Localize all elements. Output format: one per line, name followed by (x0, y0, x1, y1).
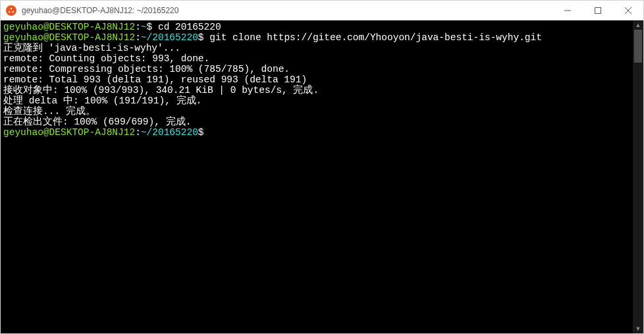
terminal-window: geyuhao@DESKTOP-AJ8NJ12: ~/20165220 geyu… (0, 0, 644, 334)
prompt-user: geyuhao@DESKTOP-AJ8NJ12 (3, 32, 135, 43)
output-line: 正在检出文件: 100% (699/699), 完成. (3, 117, 191, 127)
close-button[interactable] (613, 1, 643, 20)
svg-point-0 (11, 7, 12, 9)
output-line: 正克隆到 'java-besti-is-wyhy'... (3, 43, 180, 53)
minimize-button[interactable] (552, 1, 583, 20)
svg-point-1 (9, 11, 10, 12)
prompt-sep: : (135, 127, 141, 138)
terminal-area: geyuhao@DESKTOP-AJ8NJ12:~$ cd 20165220 g… (1, 20, 643, 333)
prompt-dollar: $ (198, 127, 204, 138)
prompt-sep: : (135, 32, 141, 43)
prompt-user: geyuhao@DESKTOP-AJ8NJ12 (3, 127, 135, 138)
prompt-dollar: $ (198, 32, 209, 43)
command-text: git clone https://gitee.com/Yhooyon/java… (209, 32, 542, 43)
scroll-up-icon[interactable]: ▲ (633, 20, 643, 30)
prompt-sep: : (135, 22, 141, 32)
prompt-dollar: $ (147, 22, 158, 32)
window-title: geyuhao@DESKTOP-AJ8NJ12: ~/20165220 (22, 6, 552, 15)
command-text: cd 20165220 (158, 22, 221, 32)
prompt-path: ~/20165220 (141, 127, 198, 138)
scrollbar[interactable]: ▲ ▼ (633, 20, 643, 333)
svg-point-2 (13, 11, 14, 12)
prompt-path: ~/20165220 (141, 32, 198, 43)
window-controls (552, 1, 643, 20)
output-line: remote: Total 993 (delta 191), reused 99… (3, 74, 307, 85)
scrollbar-thumb[interactable] (634, 30, 642, 63)
prompt-path: ~ (141, 22, 147, 32)
output-line: 处理 delta 中: 100% (191/191), 完成. (3, 96, 201, 106)
output-line: 检查连接... 完成。 (3, 106, 95, 117)
output-line: remote: Counting objects: 993, done. (3, 53, 209, 64)
maximize-button[interactable] (583, 1, 613, 20)
terminal-content[interactable]: geyuhao@DESKTOP-AJ8NJ12:~$ cd 20165220 g… (1, 20, 633, 333)
scroll-down-icon[interactable]: ▼ (633, 324, 643, 333)
svg-rect-4 (595, 7, 601, 13)
prompt-user: geyuhao@DESKTOP-AJ8NJ12 (3, 22, 135, 32)
output-line: 接收对象中: 100% (993/993), 340.21 KiB | 0 by… (3, 85, 319, 96)
ubuntu-icon (6, 5, 16, 16)
output-line: remote: Compressing objects: 100% (785/7… (3, 64, 290, 74)
titlebar[interactable]: geyuhao@DESKTOP-AJ8NJ12: ~/20165220 (1, 1, 643, 20)
